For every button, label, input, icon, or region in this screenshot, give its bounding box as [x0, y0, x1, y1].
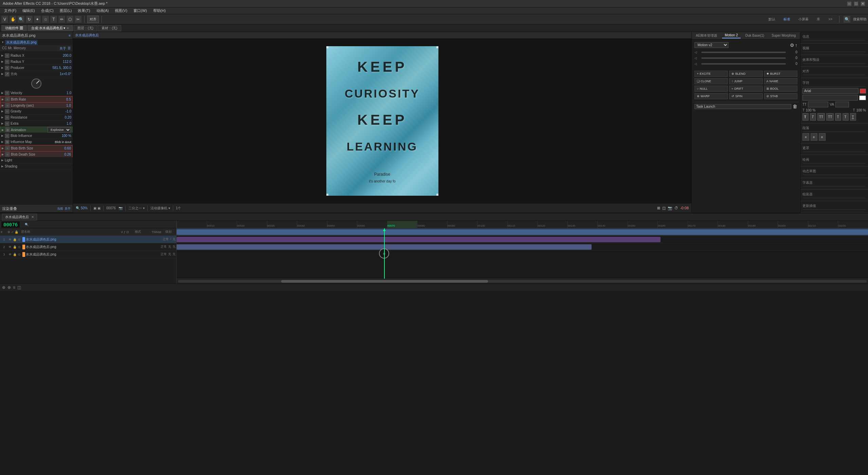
color-swatch-fill[interactable]	[860, 89, 866, 93]
workspace-small-screen[interactable]: 小屏幕	[796, 16, 811, 22]
tracking-input[interactable]: 0	[835, 102, 849, 107]
para-align-right[interactable]: ≡	[819, 133, 826, 141]
font-size-input[interactable]: 285	[808, 102, 828, 107]
layer-2-solo[interactable]: ⊙	[17, 245, 22, 249]
extra-value[interactable]: 1.0	[67, 122, 71, 125]
tab-ae-script[interactable]: AE脚本管理器	[693, 33, 720, 39]
layer-3-mode[interactable]: 正常	[161, 252, 167, 257]
camera-dropdown-icon[interactable]: ▾	[168, 206, 170, 210]
timeline-ruler[interactable]: 00010 00020 00030 00040 00050 00060 0007…	[177, 221, 868, 228]
layer-1-lock[interactable]: 🔒	[12, 237, 17, 242]
layer-1-level[interactable]: 无	[173, 237, 176, 242]
style-all-caps[interactable]: TT	[817, 113, 825, 121]
color-swatch-stroke[interactable]	[859, 95, 866, 100]
style-small-caps[interactable]: TT	[826, 113, 834, 121]
layer-2-level[interactable]: 无	[173, 245, 176, 249]
layer-3-solo[interactable]: ⊙	[17, 252, 22, 257]
workspace-library[interactable]: 库	[814, 16, 823, 22]
timeline-btn-4[interactable]: ◫	[17, 285, 21, 290]
tool-clone[interactable]: ✂	[75, 16, 82, 23]
style-underline[interactable]: T	[850, 113, 856, 121]
btn-name[interactable]: A NAME	[764, 78, 797, 84]
search-icon[interactable]: 🔍	[844, 16, 850, 23]
btn-bool[interactable]: ⊞ BOOL	[764, 86, 797, 92]
timeline-btn-2[interactable]: ⊗	[7, 285, 11, 290]
tab-composition[interactable]: 台成:水水成品调色后 ▾ ✕	[28, 25, 73, 31]
menu-window[interactable]: 窗口(W)	[131, 7, 150, 14]
style-sub[interactable]: T	[843, 113, 849, 121]
preview-canvas[interactable]: KEEP CURIOSITY KEEP LEARNING Paradise it…	[73, 39, 691, 203]
align-button[interactable]: 对齐	[87, 16, 99, 23]
slider-2-track[interactable]	[701, 57, 786, 59]
btn-drift[interactable]: ≈ DRIFT	[729, 86, 762, 92]
tool-hand[interactable]: ✋	[10, 16, 16, 23]
view-count[interactable]: 1个	[176, 206, 181, 211]
btn-spin[interactable]: ↺ SPIN	[729, 93, 762, 99]
layer-3-eye[interactable]: 👁	[7, 252, 12, 257]
timeline-layer-2[interactable]: 2 👁 🔒 ⊙ 水水成品调色后.png 正常 无 无	[0, 243, 176, 251]
blob-birth-size-value[interactable]: 0.60	[65, 146, 71, 150]
style-super[interactable]: T	[835, 113, 841, 121]
layer-3-trk[interactable]: 无	[168, 252, 171, 257]
timecode-display[interactable]: 00076	[1, 222, 20, 228]
resistance-value[interactable]: 0.20	[65, 116, 71, 119]
producer-value[interactable]: 581.5, 300.0	[52, 66, 71, 70]
menu-effects[interactable]: 效果(T)	[75, 7, 93, 14]
track-row-3[interactable]	[177, 243, 868, 251]
tab-duk-base[interactable]: Duk Base(1)	[743, 33, 767, 38]
menu-edit[interactable]: 编辑(E)	[20, 7, 38, 14]
handle-br[interactable]	[436, 194, 438, 196]
handle-tl[interactable]	[326, 46, 328, 48]
track-row-2[interactable]	[177, 236, 868, 243]
timeline-scrollbar[interactable]	[177, 279, 868, 283]
menu-layer[interactable]: 图层(L)	[57, 7, 74, 14]
timeline-layer-1[interactable]: 1 👁 🔒 ⊙ 水水成品调色后.png 正常 / 无	[0, 236, 176, 243]
timeline-tracks[interactable]: ⊕	[177, 228, 868, 279]
mask-icon[interactable]: ◫	[662, 206, 666, 210]
layer-3-level[interactable]: 无	[173, 252, 176, 257]
blob-death-size-value[interactable]: 0.26	[65, 153, 71, 156]
workspace-standard[interactable]: 标准	[781, 16, 793, 22]
menu-composition[interactable]: 合成(C)	[38, 7, 56, 14]
tab-close-composition[interactable]: ✕	[67, 27, 69, 30]
motion-icon-2[interactable]: ↑	[795, 42, 797, 48]
menu-view[interactable]: 视图(V)	[112, 7, 130, 14]
menu-help[interactable]: 帮助(H)	[150, 7, 168, 14]
motion-icon-1[interactable]: ⚙	[790, 42, 794, 48]
minimize-button[interactable]: ─	[847, 1, 852, 6]
layer-1-eye[interactable]: 👁	[7, 237, 12, 242]
radius-y-value[interactable]: 112.0	[63, 60, 71, 64]
close-button[interactable]: ✕	[861, 1, 865, 6]
zoom-control[interactable]: 🔍 50%	[76, 206, 88, 210]
radius-x-value[interactable]: 200.0	[63, 54, 71, 57]
tab-super-morphing[interactable]: Super Morphing	[769, 33, 798, 38]
workspace-default[interactable]: 默认	[766, 16, 778, 22]
style-bold[interactable]: T	[802, 113, 809, 121]
velocity-value[interactable]: 1.0	[67, 91, 71, 95]
tool-zoom[interactable]: 🔍	[18, 16, 24, 23]
camera-selector[interactable]: 活动摄像机 ▾	[150, 206, 170, 211]
layer-1-solo[interactable]: ⊙	[17, 237, 22, 242]
track-row-1[interactable]	[177, 228, 868, 236]
handle-bl[interactable]	[326, 194, 328, 196]
font-input[interactable]	[802, 88, 858, 94]
tab-motion2[interactable]: Motion 2	[722, 33, 740, 38]
btn-clone[interactable]: ❑ CLONE	[694, 78, 728, 84]
tab-footage[interactable]: 素材：(无)	[98, 25, 121, 31]
render-btn-1[interactable]: 当前	[57, 207, 63, 211]
render-btn-2[interactable]: 关于	[65, 207, 71, 211]
layer-2-lock[interactable]: 🔒	[12, 245, 17, 249]
quality-dropdown-icon[interactable]: ▾	[143, 206, 145, 210]
scrollbar-track[interactable]	[178, 280, 867, 283]
style-italic[interactable]: T	[810, 113, 816, 121]
collapse-icon[interactable]: ▼	[1, 41, 5, 44]
timeline-tab-close[interactable]: ✕	[31, 215, 34, 219]
menu-animation[interactable]: 动画(A)	[94, 7, 112, 14]
direction-dial[interactable]	[0, 77, 73, 90]
slider-1-track[interactable]	[701, 52, 786, 53]
btn-blend[interactable]: ⊕ BLEND	[729, 71, 762, 77]
snapshot-icon[interactable]: 📷	[668, 206, 672, 210]
timeline-tab-main[interactable]: 水水成品调色后 ✕	[2, 214, 37, 221]
playhead[interactable]	[384, 228, 385, 279]
para-align-center[interactable]: ≡	[811, 133, 817, 141]
